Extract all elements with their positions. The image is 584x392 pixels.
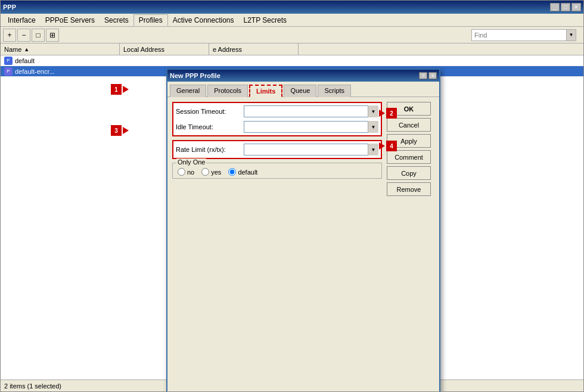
menu-secrets[interactable]: Secrets (100, 15, 133, 26)
marker-3-group: 3 (111, 125, 129, 136)
idle-timeout-row: Idle Timeout: ▼ (176, 121, 378, 133)
dialog-spacer (167, 201, 439, 391)
arrow-2 (379, 110, 385, 117)
tab-general[interactable]: General (170, 85, 206, 97)
session-timeout-label: Session Timeout: (176, 108, 241, 115)
tab-scripts[interactable]: Scripts (318, 85, 351, 97)
dialog-body: Session Timeout: ▼ Idle Timeout: (167, 97, 439, 201)
title-bar-buttons: _ □ ✕ (550, 3, 581, 11)
dialog-overlay: New PPP Profile ? ✕ General Protocols Li… (1, 43, 583, 391)
only-one-group: Only One no yes (172, 163, 382, 179)
remove-button[interactable]: − (17, 29, 30, 42)
remove-icon: − (21, 31, 26, 39)
arrow-3 (123, 127, 129, 134)
dialog-form: Session Timeout: ▼ Idle Timeout: (172, 102, 382, 196)
search-area: ▼ (471, 29, 576, 41)
marker-1-label: 1 (114, 86, 118, 93)
main-window: PPP _ □ ✕ Interface PPPoE Servers Secret… (0, 0, 584, 392)
dialog-help-button[interactable]: ? (419, 72, 427, 79)
menu-active-connections[interactable]: Active Connections (168, 15, 239, 26)
radio-no-text: no (187, 169, 194, 176)
minimize-button[interactable]: _ (550, 3, 560, 11)
remove-button[interactable]: Remove (387, 182, 431, 196)
dialog-close-button[interactable]: ✕ (428, 72, 437, 79)
marker-4: 4 (386, 141, 397, 151)
marker-1: 1 (111, 84, 122, 95)
comment-button[interactable]: Comment (387, 150, 431, 164)
rate-limit-select-wrapper: ▼ (244, 144, 378, 155)
idle-timeout-select-wrapper: ▼ (244, 121, 378, 133)
new-ppp-profile-dialog: New PPP Profile ? ✕ General Protocols Li… (166, 69, 440, 391)
dialog-tabs: General Protocols Limits Queue Scripts (167, 82, 439, 97)
maximize-button[interactable]: □ (561, 3, 570, 11)
toolbar: + − □ ⊞ ▼ (1, 27, 583, 43)
session-timeout-row: Session Timeout: ▼ (176, 105, 378, 117)
marker-4-group: 4 (379, 141, 397, 151)
menu-profiles[interactable]: Profiles (133, 14, 168, 26)
radio-default-label[interactable]: default (228, 168, 257, 176)
tab-queue[interactable]: Queue (284, 85, 316, 97)
rate-limit-label: Rate Limit (rx/tx): (176, 146, 241, 153)
menu-interface[interactable]: Interface (3, 15, 41, 26)
radio-yes-label[interactable]: yes (201, 168, 221, 176)
add-icon: + (7, 31, 11, 39)
radio-yes[interactable] (201, 168, 209, 176)
edit-icon: □ (36, 31, 40, 39)
marker-3-label: 3 (114, 127, 118, 134)
arrow-4 (379, 142, 385, 150)
marker-3: 3 (111, 125, 122, 136)
copy-button[interactable]: Copy (387, 166, 431, 180)
search-dropdown-arrow[interactable]: ▼ (567, 29, 576, 41)
tab-protocols[interactable]: Protocols (207, 85, 248, 97)
radio-no[interactable] (178, 168, 185, 176)
filter-button[interactable]: ⊞ (46, 29, 59, 42)
marker-4-label: 4 (390, 143, 393, 150)
dialog-title-buttons: ? ✕ (419, 72, 437, 79)
session-timeout-select-wrapper: ▼ (244, 105, 378, 117)
rate-limit-row: Rate Limit (rx/tx): ▼ (176, 144, 378, 155)
cancel-button[interactable]: Cancel (387, 118, 431, 132)
window-title: PPP (3, 4, 16, 11)
edit-button[interactable]: □ (32, 29, 45, 42)
marker-2-label: 2 (390, 110, 393, 117)
dialog-title-bar: New PPP Profile ? ✕ (167, 70, 439, 82)
session-timeout-section: Session Timeout: ▼ Idle Timeout: (172, 102, 382, 136)
filter-icon: ⊞ (49, 31, 55, 39)
radio-default[interactable] (228, 168, 236, 176)
radio-group: no yes default (178, 166, 377, 176)
content-area: Name ▲ Local Address e Address P default (1, 43, 583, 391)
only-one-legend: Only One (176, 158, 206, 166)
session-timeout-select[interactable] (244, 105, 378, 117)
rate-limit-section: Rate Limit (rx/tx): ▼ (172, 140, 382, 159)
menu-l2tp-secrets[interactable]: L2TP Secrets (239, 15, 291, 26)
search-input[interactable] (471, 29, 567, 41)
radio-yes-text: yes (211, 169, 221, 176)
arrow-1 (123, 86, 129, 93)
rate-limit-select[interactable] (244, 144, 378, 155)
menu-bar: Interface PPPoE Servers Secrets Profiles… (1, 14, 583, 27)
menu-pppoe-servers[interactable]: PPPoE Servers (41, 15, 100, 26)
marker-2-group: 2 (379, 108, 397, 119)
marker-1-group: 1 (111, 84, 129, 95)
dialog-title: New PPP Profile (170, 72, 220, 79)
close-button[interactable]: ✕ (571, 3, 581, 11)
marker-2: 2 (386, 108, 397, 119)
tab-limits[interactable]: Limits (249, 85, 282, 97)
idle-timeout-label: Idle Timeout: (176, 123, 241, 130)
add-button[interactable]: + (3, 29, 16, 42)
idle-timeout-select[interactable] (244, 121, 378, 133)
radio-default-text: default (238, 169, 257, 176)
title-bar: PPP _ □ ✕ (1, 1, 583, 14)
radio-no-label[interactable]: no (178, 168, 194, 176)
